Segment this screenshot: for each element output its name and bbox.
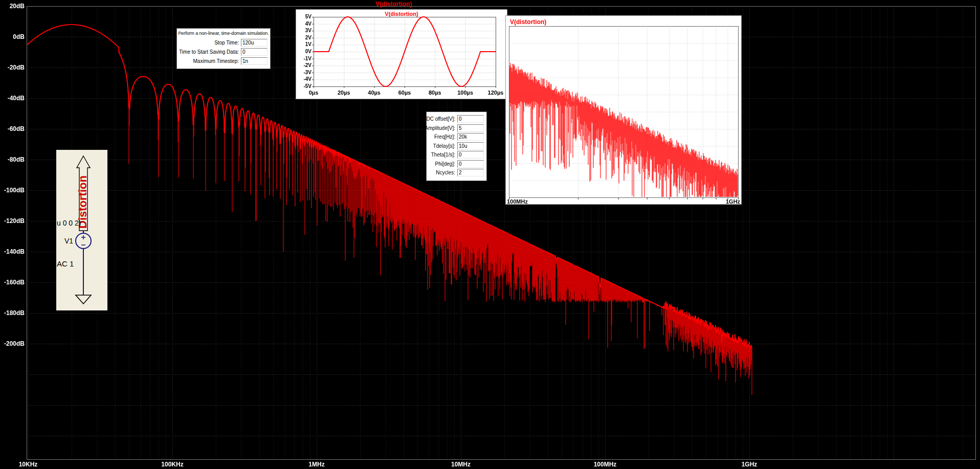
maximum-timestep-label: Maximum Timestep: [193,58,239,64]
zoom-x-label: 100MHz [507,198,528,205]
time-to-start-saving-input[interactable] [241,48,268,56]
y-axis-label: -100dB [0,187,25,194]
amplitude-input[interactable] [457,124,484,132]
transient-y-label: 0V [297,49,311,54]
maximum-timestep-input[interactable] [241,57,268,65]
ac-spec-label: AC 1 [57,259,74,268]
y-axis-label: -40dB [0,95,25,102]
ground-symbol[interactable] [76,295,91,304]
plus-sign-icon [81,235,85,239]
transient-y-label: -2V [297,62,311,68]
time-to-start-saving-label: Time to Start Saving Data: [179,49,239,55]
y-axis-label: 0dB [0,33,25,40]
transient-y-label: 4V [297,21,311,27]
transient-plot-window: V(distortion) 5V4V3V2V1V0V-1V-2V-3V-4V-5… [296,9,507,99]
schematic-snippet[interactable]: Distortion u 0 0 2) V1 AC 1 [56,150,107,310]
y-axis-label: -140dB [0,248,25,255]
transient-dialog-intro: Perform a non-linear, time-domain simula… [177,29,270,36]
y-axis-label: -160dB [0,279,25,286]
transient-y-label: 3V [297,28,311,33]
theta-row: Theta[1/s]: [427,150,486,160]
theta-input[interactable] [457,151,484,159]
theta-label: Theta[1/s]: [431,152,455,158]
transient-plot-canvas[interactable] [296,10,507,99]
transient-y-label: -4V [297,76,311,82]
transient-x-label: 0µs [301,90,326,96]
y-axis-label: -120dB [0,217,25,225]
amplitude-row: Amplitude[V]: [427,124,486,133]
phi-input[interactable] [457,160,484,168]
transient-y-label: -3V [297,70,311,75]
transient-y-label: 2V [297,35,311,40]
transient-y-label: -5V [297,83,311,89]
ncycles-input[interactable] [457,169,484,176]
transient-settings-dialog: Perform a non-linear, time-domain simula… [176,28,271,69]
zoom-fft-canvas[interactable] [506,16,741,204]
y-axis-label: -180dB [0,309,25,317]
transient-x-label: 100µs [453,90,478,96]
dc-offset-input[interactable] [457,115,484,123]
freq-row: Freq[Hz]: [427,132,486,142]
phi-row: Phi[deg]: [427,160,486,169]
x-axis-label: 100KHz [155,461,190,468]
x-axis-label: 100MHz [588,461,622,468]
spice-directive-fragment: u 0 0 2) [57,219,81,227]
zoom-fft-title: V(distortion) [510,18,571,26]
phi-label: Phi[deg]: [435,161,455,167]
y-axis-label: -200dB [0,340,25,347]
ncycles-row: Ncycles: [427,168,486,177]
transient-x-label: 80µs [422,90,447,96]
freq-label: Freq[Hz]: [434,134,455,140]
transient-y-label: 1V [297,41,311,47]
transient-x-label: 60µs [392,90,417,96]
y-axis-label: -80dB [0,156,25,163]
stop-time-label: Stop Time: [214,40,239,46]
stop-time-row: Stop Time: [177,38,270,47]
tdelay-label: Tdelay[s]: [433,143,455,149]
dc-offset-row: DC offset[V]: [427,115,486,124]
zoom-x-label: 1GHz [726,198,740,205]
transient-x-label: 20µs [331,90,356,96]
x-axis-label: 1GHz [732,461,767,468]
dc-offset-label: DC offset[V]: [426,116,455,122]
transient-y-label: -1V [297,56,311,61]
transient-x-label: 120µs [483,90,508,96]
component-refdes: V1 [64,237,73,245]
transient-y-label: 5V [297,14,311,19]
x-axis-label: 10MHz [443,461,478,468]
schematic-svg: Distortion u 0 0 2) V1 AC 1 [56,150,107,310]
transient-plot-title: V(distortion) [296,11,507,17]
maximum-timestep-row: Maximum Timestep: [177,56,270,65]
zoom-fft-window: V(distortion) 100MHz1GHz [505,15,742,205]
amplitude-label: Amplitude[V]: [425,125,455,131]
x-axis-label: 1MHz [299,461,334,468]
freq-input[interactable] [457,133,484,141]
x-axis-label: 10KHz [11,461,46,468]
y-axis-label: 20dB [0,3,25,10]
transient-x-label: 40µs [362,90,387,96]
tdelay-input[interactable] [457,142,484,150]
tdelay-row: Tdelay[s]: [427,142,486,151]
ncycles-label: Ncycles: [436,170,455,175]
y-axis-label: -60dB [0,125,25,132]
stop-time-input[interactable] [241,39,268,47]
y-axis-label: -20dB [0,64,25,71]
sine-source-params-dialog: DC offset[V]:Amplitude[V]:Freq[Hz]:Tdela… [426,111,487,181]
time-to-start-saving-row: Time to Start Saving Data: [177,47,270,56]
main-plot-title: V(distortion) [358,1,430,8]
